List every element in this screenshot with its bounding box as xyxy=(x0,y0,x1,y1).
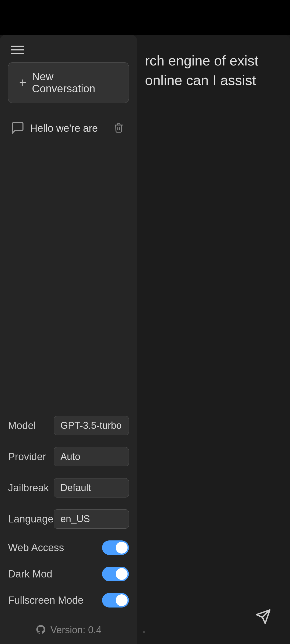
model-label: Model xyxy=(8,420,36,431)
chat-text: rch engine of exist online can I assist xyxy=(134,35,290,101)
conversation-item[interactable]: Hello we're are xyxy=(0,114,137,143)
language-value: en_US xyxy=(60,513,90,524)
fullscreen-setting-row: Fullscreen Mode xyxy=(8,587,129,613)
provider-setting-row: Provider Auto xyxy=(8,441,129,472)
jailbreak-label: Jailbreak xyxy=(8,482,49,494)
dark-mod-label: Dark Mod xyxy=(8,568,52,580)
status-bar xyxy=(0,0,290,35)
hamburger-icon xyxy=(11,46,24,54)
web-access-toggle[interactable] xyxy=(102,540,129,555)
send-icon xyxy=(255,609,271,626)
conversation-title: Hello we're are xyxy=(30,123,106,134)
jailbreak-value: Default xyxy=(60,482,91,493)
version-row: Version: 0.4 xyxy=(0,619,137,644)
settings-section: Model GPT-3.5-turbo Provider Auto Jailbr… xyxy=(0,410,137,619)
status-dot xyxy=(143,631,145,633)
github-icon xyxy=(35,624,46,636)
web-access-toggle-track xyxy=(102,540,129,555)
language-label: Language xyxy=(8,513,53,525)
dark-mod-toggle-thumb xyxy=(116,568,128,580)
fullscreen-toggle-thumb xyxy=(116,594,128,606)
language-setting-row: Language en_US xyxy=(8,503,129,535)
chat-background: rch engine of exist online can I assist xyxy=(134,35,290,644)
jailbreak-select[interactable]: Default xyxy=(54,478,129,497)
provider-select[interactable]: Auto xyxy=(54,447,129,466)
chat-icon xyxy=(11,121,25,136)
send-button[interactable] xyxy=(252,606,274,628)
model-select[interactable]: GPT-3.5-turbo xyxy=(54,416,129,435)
new-conversation-label: New Conversation xyxy=(32,71,118,95)
provider-label: Provider xyxy=(8,451,46,463)
model-setting-row: Model GPT-3.5-turbo xyxy=(8,410,129,441)
sidebar: + New Conversation Hello we're are xyxy=(0,35,137,644)
screen: rch engine of exist online can I assist … xyxy=(0,0,290,644)
dark-mod-toggle[interactable] xyxy=(102,567,129,581)
jailbreak-setting-row: Jailbreak Default xyxy=(8,472,129,503)
fullscreen-toggle-track xyxy=(102,593,129,608)
web-access-label: Web Access xyxy=(8,542,64,554)
plus-icon: + xyxy=(19,76,27,89)
sidebar-spacer xyxy=(0,143,137,410)
language-select[interactable]: en_US xyxy=(54,509,129,529)
web-access-setting-row: Web Access xyxy=(8,535,129,561)
fullscreen-label: Fullscreen Mode xyxy=(8,595,84,606)
web-access-toggle-thumb xyxy=(116,542,128,554)
new-conversation-button[interactable]: + New Conversation xyxy=(8,62,129,103)
delete-conversation-button[interactable] xyxy=(111,120,126,136)
dark-mod-toggle-track xyxy=(102,567,129,581)
provider-value: Auto xyxy=(60,451,80,462)
version-text: Version: 0.4 xyxy=(50,624,102,636)
fullscreen-toggle[interactable] xyxy=(102,593,129,608)
dark-mod-setting-row: Dark Mod xyxy=(8,561,129,587)
model-value: GPT-3.5-turbo xyxy=(60,420,122,431)
hamburger-menu[interactable] xyxy=(0,43,137,62)
